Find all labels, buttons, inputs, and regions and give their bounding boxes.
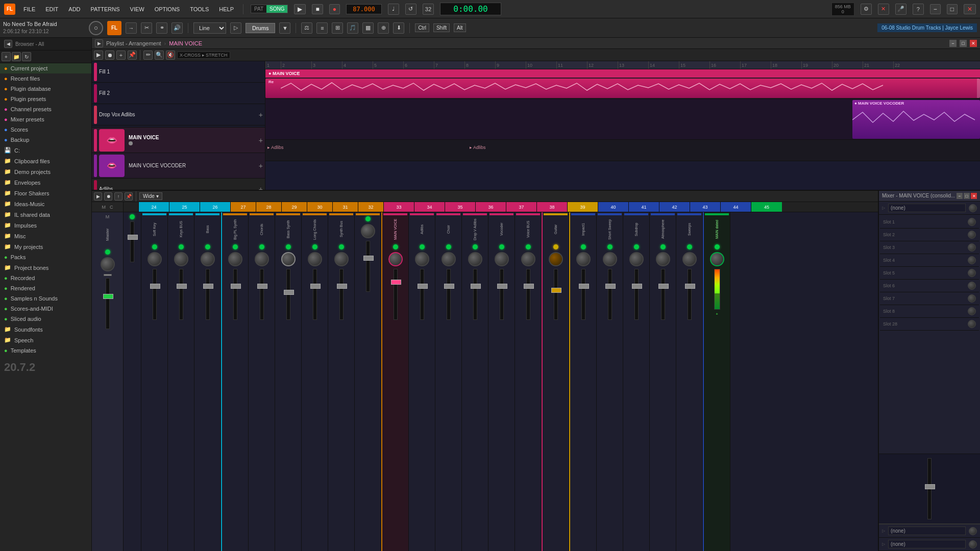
sidebar-item-sliced-audio[interactable]: ● Sliced audio: [0, 314, 91, 324]
ch31-fader[interactable]: [337, 284, 347, 289]
drums-expand-btn[interactable]: ▼: [279, 22, 290, 34]
slot-7-knob[interactable]: [968, 294, 976, 303]
mixer-ch37[interactable]: Vocoder: [488, 212, 515, 551]
master-knob[interactable]: [101, 257, 115, 271]
ch36-knob[interactable]: [468, 252, 482, 266]
ch39-fader[interactable]: [551, 288, 561, 293]
track-add-btn2[interactable]: +: [259, 136, 263, 144]
ch24-fader[interactable]: [150, 284, 160, 289]
mix-btn4[interactable]: 🎵: [347, 22, 358, 34]
mixer-ch33[interactable]: MAIN VOICE: [382, 212, 409, 551]
ch25-knob[interactable]: [174, 252, 188, 266]
ch34-knob[interactable]: [415, 252, 429, 266]
circle-btn[interactable]: ○: [89, 21, 103, 35]
ch43-fader[interactable]: [658, 284, 669, 289]
minimize-btn[interactable]: −: [930, 4, 941, 14]
menu-tools[interactable]: TOOLS: [188, 5, 211, 13]
mix-btn5[interactable]: ▦: [362, 22, 374, 34]
sidebar-item-scores[interactable]: ● Scores: [0, 124, 91, 135]
metronome-btn[interactable]: ♩: [388, 4, 399, 15]
ch30-knob[interactable]: [308, 252, 322, 266]
playlist-close[interactable]: ✕: [970, 40, 977, 47]
playlist-maximize[interactable]: □: [960, 40, 967, 47]
track-main-voice[interactable]: 👄 MAIN VOICE +: [92, 128, 265, 153]
track-drop-vox[interactable]: Drop Vox Adlibs +: [92, 104, 265, 126]
sidebar-item-impulses[interactable]: 📁 Impulses: [0, 220, 91, 231]
pl-toolbar-add[interactable]: +: [116, 51, 126, 60]
mixer-ch44[interactable]: Sweeps: [676, 212, 703, 551]
ch44-knob[interactable]: [682, 252, 697, 266]
mixer-ch27[interactable]: Big PL Synth: [222, 212, 249, 551]
side-fader-handle[interactable]: [925, 484, 935, 489]
pl-toolbar-pin[interactable]: 📌: [128, 51, 137, 60]
help-btn[interactable]: ?: [913, 4, 924, 15]
mix-btn3[interactable]: ⊞: [332, 22, 343, 34]
empty-fader[interactable]: [128, 235, 138, 240]
browser-folder-btn[interactable]: 📁: [12, 52, 21, 61]
close-fl-btn[interactable]: ✕: [878, 4, 889, 15]
sidebar-item-scores-midi[interactable]: ● Scores-and-MIDI: [0, 304, 91, 314]
mixer-ch36[interactable]: Drop V Adlibs: [462, 212, 488, 551]
mixer-ch39[interactable]: Guitar: [543, 212, 569, 551]
mixer-ch32[interactable]: [355, 212, 381, 551]
mixer-pin-btn[interactable]: 📌: [125, 192, 133, 201]
sidebar-item-packs[interactable]: ● Packs: [0, 252, 91, 262]
sidebar-item-backup[interactable]: ● Backup: [0, 135, 91, 145]
line-select[interactable]: Line Curve Step: [193, 22, 226, 34]
sidebar-item-recent-files[interactable]: ● Recent files: [0, 73, 91, 84]
playlist-breadcrumb[interactable]: MAIN VOICE: [169, 40, 202, 46]
mixer-ch35[interactable]: Choir: [435, 212, 462, 551]
timeline-area[interactable]: 1 2 3 4 5 6 7 8 9 10 11 12 13 14: [265, 61, 980, 190]
arrow-right-btn[interactable]: →: [126, 22, 137, 34]
sidebar-item-misc[interactable]: 📁 Misc: [0, 231, 91, 241]
mixer-ch29[interactable]: Bass Synth: [275, 212, 302, 551]
record-button[interactable]: ●: [329, 4, 340, 14]
slot-2[interactable]: Slot 2: [880, 229, 979, 241]
menu-edit[interactable]: EDIT: [43, 5, 60, 13]
ch28-fader[interactable]: [257, 284, 267, 289]
ch42-knob[interactable]: [629, 252, 644, 266]
slot-5-knob[interactable]: [968, 269, 976, 277]
stop-button[interactable]: ■: [312, 4, 323, 14]
count-in-btn[interactable]: 32: [423, 4, 434, 15]
ch28-knob[interactable]: [255, 252, 269, 266]
menu-file[interactable]: FILE: [21, 5, 37, 13]
browser-new-btn[interactable]: +: [2, 52, 11, 61]
mixer-master-channel[interactable]: M Master: [92, 212, 124, 551]
menu-view[interactable]: VIEW: [128, 5, 146, 13]
mixer-ch43[interactable]: Atmosphere: [650, 212, 676, 551]
ch27-fader[interactable]: [231, 284, 241, 289]
slot-6[interactable]: Slot 6: [880, 280, 979, 292]
pl-zoom-btn[interactable]: 🔍: [155, 51, 164, 60]
microphone-btn[interactable]: 🎤: [895, 4, 906, 15]
vocoder-clip[interactable]: ● MAIN VOICE VOCODER: [852, 100, 980, 139]
ch33-fader[interactable]: [391, 280, 401, 285]
bottom-slot1-knob[interactable]: [969, 527, 977, 535]
browser-back-btn[interactable]: ◀: [4, 40, 12, 48]
slot-4[interactable]: Slot 4: [880, 254, 979, 267]
slot-5[interactable]: Slot 5: [880, 267, 979, 280]
speaker-btn[interactable]: 🔊: [172, 22, 183, 34]
mixer-play-btn[interactable]: ▶: [94, 192, 102, 201]
pattern-song-toggle[interactable]: PAT SONG: [251, 5, 288, 13]
ch26-knob[interactable]: [201, 252, 215, 266]
pl-toolbar-play[interactable]: ▶: [94, 51, 103, 60]
mixer-slot-none[interactable]: ▷ (none): [879, 202, 980, 215]
sidebar-item-c-drive[interactable]: 💾 C:: [0, 145, 91, 156]
mixer-ch30[interactable]: Long Chords: [302, 212, 328, 551]
sidebar-item-envelopes[interactable]: 📁 Envelopes: [0, 177, 91, 188]
ch29-fader[interactable]: [284, 290, 294, 295]
menu-help[interactable]: HELP: [217, 5, 236, 13]
ch32-knob[interactable]: [361, 224, 375, 238]
ch41-knob[interactable]: [603, 252, 617, 266]
slot-1-knob[interactable]: [968, 218, 976, 226]
ch40-knob[interactable]: [576, 252, 591, 266]
loop-btn[interactable]: ↺: [405, 4, 416, 15]
sidebar-item-plugin-presets[interactable]: ● Plugin presets: [0, 94, 91, 104]
mixer-empty-channel[interactable]: [124, 212, 141, 551]
mix-btn1[interactable]: ⚖: [301, 22, 312, 34]
track-fill2[interactable]: Fill 2: [92, 83, 265, 104]
ch33-knob[interactable]: [388, 252, 403, 266]
ch34-fader[interactable]: [418, 284, 428, 289]
wide-select[interactable]: Wide ▾: [139, 192, 162, 200]
